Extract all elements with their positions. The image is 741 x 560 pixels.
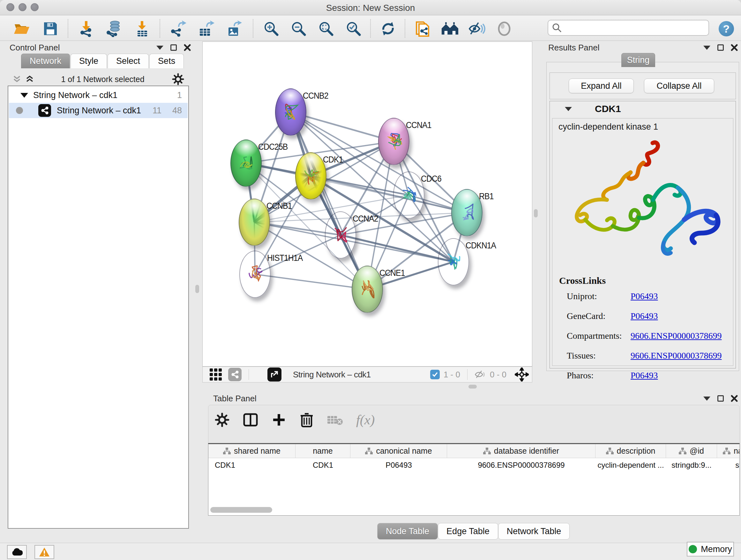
collection-expander-icon[interactable] [20,93,28,98]
delete-column-icon[interactable] [299,412,314,428]
add-column-icon[interactable] [271,412,286,428]
tab-sets[interactable]: Sets [149,54,184,68]
node-CDKN1A[interactable] [438,238,469,286]
import-table-file-button[interactable] [133,20,151,38]
tab-network-table[interactable]: Network Table [498,523,570,540]
right-splitter-handle[interactable] [534,209,538,217]
cell--id[interactable]: stringdb:9... [666,458,717,472]
search-field[interactable] [548,20,709,36]
node-CCNA1[interactable] [378,118,409,165]
node-CCNA2[interactable] [325,211,356,259]
show-columns-icon[interactable] [243,412,259,428]
network-collection-row[interactable]: String Network – cdk1 1 [9,87,188,103]
results-panel-collapse-icon[interactable] [703,46,711,50]
node-CCNB1[interactable] [239,199,270,246]
save-session-button[interactable] [42,20,59,38]
control-panel-close-icon[interactable] [184,44,191,51]
column-header-database-identifier[interactable]: database identifier [447,444,596,458]
tab-node-table[interactable]: Node Table [377,523,438,540]
column-header-namespace[interactable]: namespace [717,444,740,458]
node-HIST1H1A[interactable] [239,251,271,298]
table-options-gear-icon[interactable] [214,412,230,428]
import-network-database-button[interactable] [105,20,123,38]
zoom-selected-button[interactable] [345,20,362,38]
clone-network-button[interactable] [414,20,431,38]
lens-disabled-button[interactable] [495,20,513,38]
results-panel-float-icon[interactable] [718,44,724,51]
horizontal-scrollbar[interactable] [210,507,272,513]
cell-canonical-name[interactable]: P06493 [350,458,447,472]
column-header-name[interactable]: name [295,444,350,458]
open-session-button[interactable] [13,20,30,38]
expand-all-icon[interactable] [25,75,34,83]
column-header-shared-name[interactable]: shared name [208,444,295,458]
warning-button[interactable] [35,545,54,559]
pan-crosshair-icon[interactable] [515,368,529,381]
cloud-button[interactable] [7,545,27,559]
node-CCNE1[interactable] [352,266,383,313]
table-panel-collapse-icon[interactable] [703,396,711,401]
export-table-button[interactable] [197,20,215,38]
zoom-fit-button[interactable] [317,20,335,38]
bottom-splitter-handle[interactable] [468,385,477,388]
edge-CCNA2-CDKN1A[interactable] [340,235,454,262]
zoom-in-button[interactable] [262,20,280,38]
column-header-description[interactable]: description [596,444,666,458]
collapse-all-icon[interactable] [13,75,21,83]
crosslink-link[interactable]: P06493 [630,311,658,321]
crosslink-link[interactable]: 9606.ENSP00000378699 [630,351,722,361]
column-header-canonical-name[interactable]: canonical name [350,444,447,458]
export-network-button[interactable] [169,20,187,38]
column-header--id[interactable]: @id [666,444,717,458]
cell-database-identifier[interactable]: 9606.ENSP00000378699 [447,458,596,472]
node-CDC25B[interactable] [230,139,262,187]
export-image-button[interactable] [225,20,243,38]
node-CCNB2[interactable] [275,88,307,136]
refresh-view-button[interactable] [379,20,397,38]
tab-style[interactable]: Style [71,54,107,68]
left-splitter-handle[interactable] [195,285,199,293]
control-panel-collapse-icon[interactable] [156,46,163,50]
view-grid-icon[interactable] [210,368,222,381]
view-network-icon[interactable] [228,368,242,381]
hide-labels-button[interactable] [468,20,486,38]
zoom-out-button[interactable] [290,20,308,38]
table-panel-close-icon[interactable] [731,395,738,402]
crosslink-link[interactable]: 9606.ENSP00000378699 [630,331,722,341]
network-row[interactable]: String Network – cdk1 11 48 [9,103,188,118]
results-panel-close-icon[interactable] [731,44,738,51]
crosslink-link[interactable]: P06493 [630,291,658,301]
table-row[interactable]: CDK1CDK1P064939606.ENSP00000378699cyclin… [208,458,740,472]
selected-nodes-checkbox[interactable] [430,370,440,379]
network-canvas[interactable]: CCNB2CCNA1CDC25BCDK1CDC6RB1CCNB1CCNA2CDK… [202,42,532,367]
node-label-CCNB2: CCNB2 [303,91,328,101]
tab-edge-table[interactable]: Edge Table [438,523,498,540]
tab-string[interactable]: String [621,53,655,67]
gene-expander-icon[interactable] [565,107,572,111]
import-network-file-button[interactable] [77,20,95,38]
node-table[interactable]: shared namenamecanonical namedatabase id… [208,443,740,516]
cell-name[interactable]: CDK1 [295,458,350,472]
detach-view-icon[interactable] [267,368,281,381]
crosslink-link[interactable]: P06493 [630,370,658,381]
cell-shared-name[interactable]: CDK1 [208,458,295,472]
node-CDK1[interactable] [295,152,327,199]
control-panel-float-icon[interactable] [171,44,177,51]
network-name: String Network – cdk1 [57,106,141,116]
table-panel-float-icon[interactable] [718,395,724,401]
cell-description[interactable]: cyclin-dependent ... [596,458,666,472]
help-button[interactable]: ? [718,20,735,38]
search-input[interactable] [565,23,702,33]
edge-CCNE1-HIST1H1A[interactable] [255,274,367,289]
home-pages-button[interactable] [441,20,459,38]
node-RB1[interactable] [451,189,482,236]
memory-button[interactable]: Memory [687,542,734,557]
tab-network[interactable]: Network [21,54,70,68]
tab-select[interactable]: Select [108,54,149,68]
gene-section-header[interactable]: CDK1 [549,101,736,117]
expand-all-button[interactable]: Expand All [569,78,634,93]
network-options-gear-icon[interactable] [172,73,185,85]
cell-namespace[interactable]: stringdb [717,458,740,472]
collapse-all-button[interactable]: Collapse All [644,78,714,93]
node-CDC6[interactable] [393,172,424,219]
